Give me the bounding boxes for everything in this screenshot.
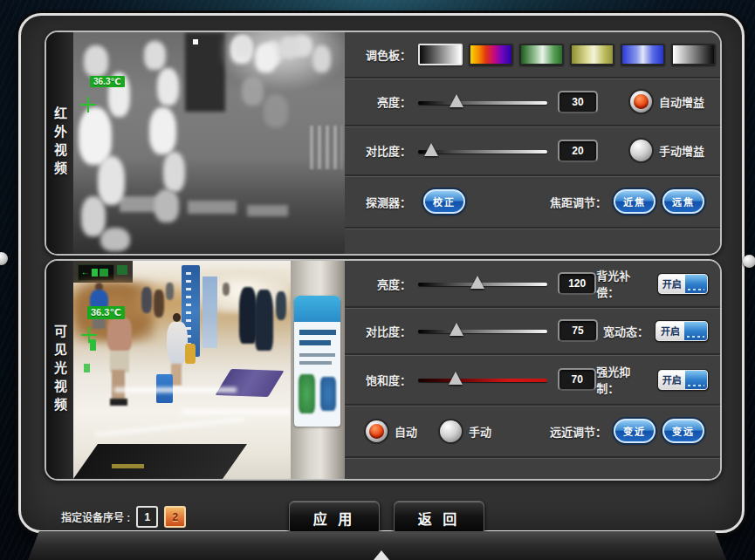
vis-contrast-value[interactable]: 75 bbox=[558, 319, 598, 342]
vis-saturation-value[interactable]: 70 bbox=[558, 368, 596, 391]
infrared-panel: 红外视频 bbox=[45, 31, 722, 256]
ir-crosshair-icon bbox=[80, 97, 96, 113]
palette-swatches bbox=[418, 44, 716, 65]
device-1-button[interactable]: 1 bbox=[136, 506, 158, 528]
detector-label: 探测器： bbox=[355, 194, 411, 210]
palette-swatch-white-hot[interactable] bbox=[418, 44, 463, 65]
far-focus-button[interactable]: 远焦 bbox=[662, 189, 704, 214]
palette-swatch-yellow-green[interactable] bbox=[570, 44, 614, 65]
vis-contrast-label: 对比度： bbox=[355, 323, 411, 339]
infrared-controls: 调色板： 亮度： bbox=[345, 32, 720, 254]
infrared-video-feed: 36.3℃ bbox=[73, 32, 345, 254]
ir-contrast-label: 对比度： bbox=[355, 142, 411, 159]
visible-panel-title: 可见光视频 bbox=[46, 261, 73, 479]
auto-focus-label: 自动 bbox=[395, 423, 417, 440]
vis-contrast-slider-track[interactable] bbox=[418, 330, 547, 333]
auto-gain-label: 自动增益 bbox=[659, 93, 704, 110]
highlight-suppress-toggle-knob[interactable] bbox=[685, 371, 707, 389]
stand-notch bbox=[374, 550, 389, 560]
detector-row: 探测器： 校正 焦距调节： 近焦 远焦 bbox=[345, 174, 720, 227]
ir-contrast-value[interactable]: 20 bbox=[558, 140, 598, 162]
wdr-toggle-state: 开启 bbox=[656, 322, 684, 340]
auto-gain-radio[interactable] bbox=[630, 91, 652, 113]
manual-gain-radio[interactable] bbox=[630, 140, 652, 161]
backlight-comp-toggle-knob[interactable] bbox=[685, 275, 707, 293]
highlight-suppress-toggle[interactable]: 开启 bbox=[658, 370, 708, 390]
vis-brightness-row: 亮度： 120 背光补偿： 开启 bbox=[345, 261, 720, 306]
palette-swatch-ironbow[interactable] bbox=[469, 44, 513, 65]
vis-brightness-slider[interactable] bbox=[418, 274, 547, 293]
visible-crosshair-icon bbox=[81, 327, 97, 343]
palette-swatch-blue[interactable] bbox=[621, 44, 665, 65]
device-selector-label: 指定设备序号 : bbox=[61, 509, 130, 524]
footer-bar: 指定设备序号 : 1 2 应 用 返 回 bbox=[21, 478, 742, 527]
vis-brightness-value[interactable]: 120 bbox=[558, 272, 596, 295]
palette-swatch-black-hot[interactable] bbox=[671, 44, 716, 65]
focus-adjust-label: 焦距调节： bbox=[550, 194, 607, 210]
backlight-comp-toggle[interactable]: 开启 bbox=[658, 274, 708, 294]
wdr-label: 宽动态： bbox=[603, 323, 649, 339]
palette-label: 调色板： bbox=[355, 46, 411, 63]
ir-brightness-slider[interactable] bbox=[418, 92, 547, 112]
ir-brightness-slider-thumb[interactable] bbox=[450, 94, 463, 107]
vis-brightness-label: 亮度： bbox=[355, 276, 411, 292]
device-frame: 红外视频 bbox=[18, 13, 745, 533]
visible-light-panel: 可见光视频 ← bbox=[45, 259, 722, 481]
ir-contrast-slider[interactable] bbox=[418, 141, 547, 160]
wdr-toggle[interactable]: 开启 bbox=[655, 321, 708, 341]
highlight-suppress-label: 强光抑制： bbox=[596, 363, 650, 396]
ir-temperature-label: 36.3℃ bbox=[90, 76, 125, 87]
vis-saturation-slider[interactable] bbox=[418, 370, 547, 389]
device-stand bbox=[28, 531, 726, 560]
zoom-near-button[interactable]: 变近 bbox=[614, 419, 655, 443]
ir-brightness-row: 亮度： 30 自动增益 bbox=[345, 77, 720, 125]
calibrate-button[interactable]: 校正 bbox=[423, 189, 465, 214]
ir-brightness-label: 亮度： bbox=[355, 93, 411, 110]
apply-button[interactable]: 应 用 bbox=[289, 501, 380, 535]
infrared-panel-title: 红外视频 bbox=[46, 32, 73, 254]
zoom-adjust-label: 远近调节： bbox=[550, 423, 607, 440]
vis-saturation-row: 饱和度： 70 强光抑制： 开启 bbox=[345, 353, 720, 404]
vis-saturation-slider-thumb[interactable] bbox=[449, 372, 463, 385]
visible-panel-title-text: 可见光视频 bbox=[51, 324, 69, 416]
vis-saturation-label: 饱和度： bbox=[355, 372, 411, 388]
ir-brightness-value[interactable]: 30 bbox=[558, 91, 598, 113]
vis-saturation-slider-track[interactable] bbox=[418, 379, 547, 382]
visible-video-feed: ← bbox=[73, 261, 345, 479]
backlight-comp-toggle-state: 开启 bbox=[659, 275, 686, 293]
ir-brightness-slider-track[interactable] bbox=[418, 101, 547, 105]
manual-gain-label: 手动增益 bbox=[659, 142, 704, 159]
backlight-comp-label: 背光补偿： bbox=[596, 267, 650, 300]
highlight-suppress-toggle-state: 开启 bbox=[659, 371, 686, 389]
right-side-knob bbox=[743, 255, 755, 268]
vis-contrast-slider[interactable] bbox=[418, 321, 547, 340]
left-side-knob bbox=[0, 252, 8, 265]
palette-row: 调色板： bbox=[345, 32, 720, 77]
infrared-panel-title-text: 红外视频 bbox=[51, 106, 69, 180]
near-focus-button[interactable]: 近焦 bbox=[614, 189, 655, 214]
vis-brightness-slider-thumb[interactable] bbox=[470, 276, 484, 289]
manual-focus-radio[interactable] bbox=[440, 420, 462, 442]
visible-temperature-label: 36.3℃ bbox=[87, 306, 125, 319]
vis-contrast-slider-thumb[interactable] bbox=[450, 323, 463, 336]
device-2-button[interactable]: 2 bbox=[164, 506, 186, 528]
app-screen: 红外视频 bbox=[0, 0, 755, 560]
focus-mode-row: 自动 手动 远近调节： 变近 变远 bbox=[345, 404, 720, 456]
auto-focus-radio[interactable] bbox=[366, 420, 388, 442]
palette-swatch-green[interactable] bbox=[519, 44, 564, 65]
vis-contrast-row: 对比度： 75 宽动态： 开启 bbox=[345, 306, 720, 353]
ir-contrast-row: 对比度： 20 手动增益 bbox=[345, 125, 720, 174]
back-button[interactable]: 返 回 bbox=[394, 501, 484, 535]
wdr-toggle-knob[interactable] bbox=[684, 322, 707, 340]
zoom-far-button[interactable]: 变远 bbox=[662, 419, 704, 443]
device-selector: 指定设备序号 : 1 2 bbox=[61, 506, 186, 528]
visible-controls: 亮度： 120 背光补偿： 开启 bbox=[345, 261, 720, 479]
manual-focus-label: 手动 bbox=[469, 423, 491, 440]
ir-contrast-slider-thumb[interactable] bbox=[424, 143, 438, 156]
